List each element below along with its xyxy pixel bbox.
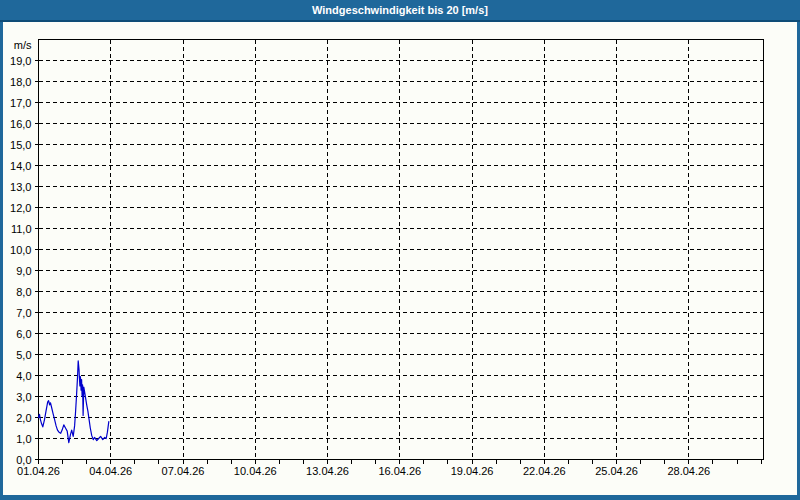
- svg-text:16,0: 16,0: [10, 118, 31, 130]
- svg-text:9,0: 9,0: [16, 265, 31, 277]
- svg-text:28.04.26: 28.04.26: [667, 465, 710, 477]
- svg-text:5,0: 5,0: [16, 349, 31, 361]
- chart-panel: 0,01,02,03,04,05,06,07,08,09,010,011,012…: [3, 22, 797, 495]
- svg-text:14,0: 14,0: [10, 160, 31, 172]
- svg-text:19.04.26: 19.04.26: [451, 465, 494, 477]
- svg-text:10,0: 10,0: [10, 244, 31, 256]
- svg-text:7,0: 7,0: [16, 307, 31, 319]
- wind-speed-line-chart: 0,01,02,03,04,05,06,07,08,09,010,011,012…: [3, 22, 797, 495]
- svg-text:13,0: 13,0: [10, 181, 31, 193]
- svg-text:m/s: m/s: [14, 39, 32, 51]
- svg-text:15,0: 15,0: [10, 139, 31, 151]
- svg-text:2,0: 2,0: [16, 412, 31, 424]
- window-title-bar: Windgeschwindigkeit bis 20 [m/s]: [0, 0, 800, 22]
- svg-text:6,0: 6,0: [16, 328, 31, 340]
- svg-text:25.04.26: 25.04.26: [595, 465, 638, 477]
- svg-text:12,0: 12,0: [10, 202, 31, 214]
- svg-text:1,0: 1,0: [16, 433, 31, 445]
- svg-text:4,0: 4,0: [16, 370, 31, 382]
- window-title: Windgeschwindigkeit bis 20 [m/s]: [312, 4, 488, 16]
- svg-text:3,0: 3,0: [16, 391, 31, 403]
- svg-text:10.04.26: 10.04.26: [234, 465, 277, 477]
- svg-text:19,0: 19,0: [10, 55, 31, 67]
- wind-speed-series-line: [39, 361, 109, 443]
- svg-text:22.04.26: 22.04.26: [523, 465, 566, 477]
- svg-text:04.04.26: 04.04.26: [89, 465, 132, 477]
- svg-text:18,0: 18,0: [10, 76, 31, 88]
- svg-text:17,0: 17,0: [10, 97, 31, 109]
- svg-text:13.04.26: 13.04.26: [306, 465, 349, 477]
- svg-text:07.04.26: 07.04.26: [162, 465, 205, 477]
- svg-text:11,0: 11,0: [11, 223, 32, 235]
- svg-text:01.04.26: 01.04.26: [17, 465, 60, 477]
- svg-text:8,0: 8,0: [16, 286, 31, 298]
- svg-text:16.04.26: 16.04.26: [378, 465, 421, 477]
- wind-speed-window: Windgeschwindigkeit bis 20 [m/s] 0,01,02…: [0, 0, 800, 500]
